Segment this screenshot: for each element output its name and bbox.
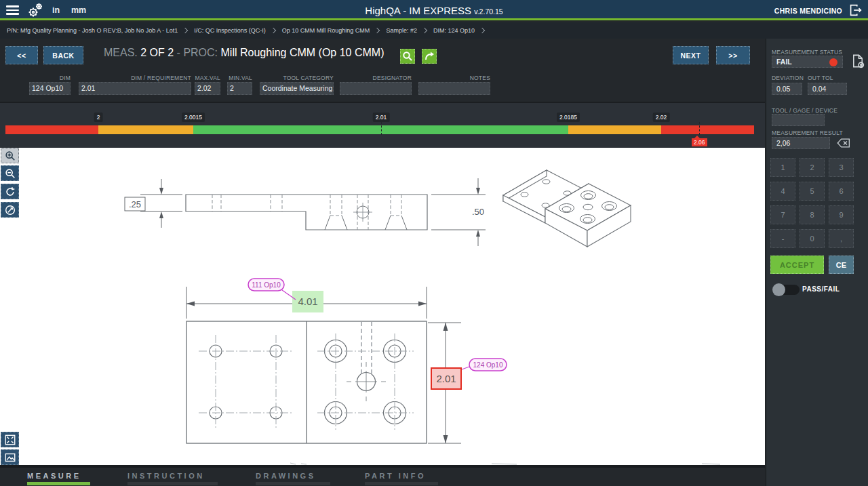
tool-category-input[interactable]: Coordinate Measuring Machi xyxy=(260,82,334,95)
chevron-right-icon xyxy=(479,28,485,33)
balloon-height-label: 124 Op10 xyxy=(473,361,503,369)
minval-input[interactable]: 2 xyxy=(227,82,252,95)
maxval-input[interactable]: 2.02 xyxy=(195,82,220,95)
dim-thick-label: .50 xyxy=(472,207,484,217)
key-7[interactable]: 7 xyxy=(770,205,795,224)
first-button[interactable]: << xyxy=(5,46,38,64)
tolerance-tick: 2.01 xyxy=(373,113,390,122)
breadcrumb-item[interactable]: P/N: Mfg Quality Planning - Josh O REV:B… xyxy=(7,27,178,34)
key-6[interactable]: 6 xyxy=(829,182,854,201)
balloon-width-label: 111 Op10 xyxy=(252,281,281,289)
tool-label: TOOL / GAGE / DEVICE xyxy=(772,107,837,114)
user-name: CHRIS MENDICINO xyxy=(774,7,842,15)
key-minus[interactable]: - xyxy=(770,229,795,248)
dim-thin-label: .25 xyxy=(129,199,141,209)
ce-button[interactable]: CE xyxy=(829,256,854,274)
tolerance-segment-warn-high xyxy=(568,125,661,134)
tab-instruction[interactable]: INSTRUCTION xyxy=(127,472,218,485)
tab-drawings[interactable]: DRAWINGS xyxy=(256,472,330,485)
tolerance-segment-warn-low xyxy=(98,125,193,134)
breadcrumb-item[interactable]: Op 10 CMM Mill Roughing CMM xyxy=(282,27,370,34)
key-1[interactable]: 1 xyxy=(770,158,795,177)
key-4[interactable]: 4 xyxy=(770,182,795,201)
deviation-label: DEVIATION xyxy=(772,75,804,81)
breadcrumb-item[interactable]: I/C: QC Inspections (QC-I) xyxy=(194,27,266,34)
fail-indicator xyxy=(829,58,837,66)
breadcrumb: P/N: Mfg Quality Planning - Josh O REV:B… xyxy=(0,22,868,39)
logout-icon[interactable] xyxy=(848,3,863,18)
backspace-icon[interactable] xyxy=(837,138,850,148)
tolerance-tick: 2.0185 xyxy=(557,113,580,122)
measurement-title: MEAS. 2 OF 2 - PROC: Mill Roughing CMM (… xyxy=(104,47,384,59)
chevron-right-icon xyxy=(374,28,380,33)
breadcrumb-item[interactable]: DIM: 124 Op10 xyxy=(433,27,475,34)
passfail-toggle[interactable] xyxy=(775,285,800,295)
app-title: HighQA - IM EXPRESS v.2.70.15 xyxy=(0,5,868,16)
image-view-button[interactable] xyxy=(1,449,19,465)
deviation-field: 0.05 xyxy=(772,83,802,95)
main-panel: << BACK MEAS. 2 OF 2 - PROC: Mill Roughi… xyxy=(0,39,765,486)
outtol-field: 0.04 xyxy=(808,83,847,95)
key-0[interactable]: 0 xyxy=(800,229,825,248)
fit-view-button[interactable] xyxy=(1,432,19,447)
tolerance-segment-fail-high xyxy=(661,125,754,134)
rotate-button[interactable] xyxy=(1,184,19,199)
key-8[interactable]: 8 xyxy=(800,205,825,224)
redo-button[interactable] xyxy=(422,49,437,64)
pan-button[interactable] xyxy=(1,202,19,218)
tolerance-tick: 2 xyxy=(94,113,103,122)
next-button[interactable]: NEXT xyxy=(673,46,709,64)
nominal-marker xyxy=(381,122,382,135)
tolerance-bar-panel: 2 2.0015 2.01 2.0185 2.02 2.06 xyxy=(0,102,765,148)
dim-input[interactable]: 124 Op10 xyxy=(29,82,71,95)
key-2[interactable]: 2 xyxy=(800,158,825,177)
result-field[interactable]: 2,06 xyxy=(772,137,830,149)
last-button[interactable]: >> xyxy=(716,46,750,64)
bottom-tabs: MEASURE INSTRUCTION DRAWINGS PART INFO xyxy=(0,468,765,486)
outtol-label: OUT TOL xyxy=(808,75,833,81)
result-marker-line xyxy=(699,122,700,135)
key-3[interactable]: 3 xyxy=(829,158,854,177)
add-document-icon[interactable] xyxy=(850,53,866,69)
tolerance-segment-fail-low xyxy=(5,125,98,134)
tab-measure[interactable]: MEASURE xyxy=(27,472,90,485)
passfail-label: PASS/FAIL xyxy=(802,285,840,293)
zoom-in-button[interactable] xyxy=(1,148,19,163)
result-label: MEASUREMENT RESULT xyxy=(772,129,843,136)
chevron-right-icon xyxy=(271,28,276,33)
key-5[interactable]: 5 xyxy=(800,182,825,201)
back-button[interactable]: BACK xyxy=(43,46,83,64)
dim-height-label: 2.01 xyxy=(436,373,456,384)
status-label: MEASUREMENT STATUS xyxy=(772,49,842,56)
tab-partinfo[interactable]: PART INFO xyxy=(365,472,438,485)
chevron-right-icon xyxy=(422,28,427,33)
measurement-sidebar: MEASUREMENT STATUS FAIL DEVIATION OUT TO… xyxy=(766,39,868,486)
zoom-out-button[interactable] xyxy=(1,165,19,181)
tool-field[interactable] xyxy=(772,114,825,126)
designator-input[interactable] xyxy=(340,82,412,95)
status-field[interactable]: FAIL xyxy=(772,56,843,68)
chevron-right-icon xyxy=(182,28,188,33)
result-marker: 2.06 xyxy=(692,138,707,146)
top-navbar: in mm HighQA - IM EXPRESS v.2.70.15 CHRI… xyxy=(0,0,868,20)
notes-input[interactable] xyxy=(418,82,490,95)
breadcrumb-item[interactable]: Sample: #2 xyxy=(386,27,417,34)
tolerance-tick: 2.0015 xyxy=(182,113,205,122)
accept-button[interactable]: ACCEPT xyxy=(770,256,824,274)
dim-width-label: 4.01 xyxy=(298,296,317,307)
toggle-knob xyxy=(772,283,785,296)
drawing-canvas[interactable]: .25 .50 xyxy=(0,148,765,465)
part-drawing: .25 .50 xyxy=(0,148,765,465)
search-button[interactable] xyxy=(400,49,415,64)
tolerance-tick: 2.02 xyxy=(653,113,670,122)
key-9[interactable]: 9 xyxy=(829,205,854,224)
requirement-input[interactable]: 2.01 xyxy=(79,82,191,95)
key-comma[interactable]: , xyxy=(829,229,854,248)
